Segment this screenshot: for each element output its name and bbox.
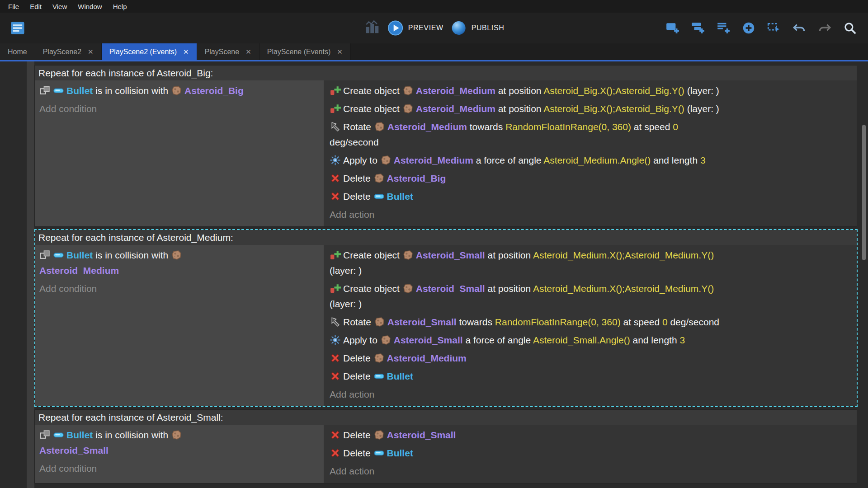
vertical-scrollbar[interactable] (861, 61, 867, 488)
event-selection-gutter[interactable] (27, 61, 34, 488)
bullet-icon (53, 429, 64, 441)
add-subevent-button[interactable] (687, 17, 709, 39)
text: (layer: ) (684, 85, 719, 96)
force-icon (330, 155, 341, 166)
tab-playscene2[interactable]: PlayScene2✕ (35, 43, 102, 60)
text: Create object (343, 250, 402, 260)
project-manager-button[interactable] (7, 18, 28, 38)
condition-row[interactable]: Bullet is in collision with Asteroid_Med… (39, 246, 319, 280)
text: Create object (343, 85, 402, 96)
delete-icon (330, 191, 341, 202)
object-name: Bullet (66, 85, 93, 96)
tab-playscene[interactable]: PlayScene✕ (197, 43, 259, 60)
publish-button[interactable]: PUBLISH (451, 20, 505, 36)
action-row[interactable]: Create object Asteroid_Medium at positio… (330, 82, 851, 100)
collision-icon (39, 85, 51, 96)
menu-edit[interactable]: Edit (24, 0, 47, 13)
action-row[interactable]: Apply to Asteroid_Small a force of angle… (330, 331, 851, 349)
asteroid-icon (374, 121, 385, 132)
event-block[interactable]: Repeat for each instance of Asteroid_Big… (34, 65, 857, 227)
expression: 0 (662, 317, 668, 327)
action-row[interactable]: Delete Asteroid_Big (330, 169, 851, 188)
create-icon (330, 249, 341, 261)
add-condition-link[interactable]: Add condition (39, 460, 319, 478)
tab-label: PlayScene (Events) (267, 48, 331, 56)
action-row[interactable]: Delete Bullet (330, 367, 851, 385)
object-name: Asteroid_Medium (387, 122, 467, 132)
event-repeat-header[interactable]: Repeat for each instance of Asteroid_Big… (35, 66, 857, 80)
delete-icon (330, 447, 341, 459)
delete-icon (330, 173, 341, 184)
text: at speed (631, 122, 673, 132)
add-event-button[interactable] (662, 17, 684, 39)
event-block[interactable]: Repeat for each instance of Asteroid_Med… (34, 230, 857, 407)
menu-window[interactable]: Window (72, 0, 107, 13)
undo-button[interactable] (788, 17, 810, 39)
tab-close-icon[interactable]: ✕ (183, 48, 189, 55)
add-action-link[interactable]: Add action (330, 385, 851, 404)
asteroid-icon (373, 352, 385, 364)
menu-view[interactable]: View (47, 0, 72, 13)
text: a force of angle (463, 335, 533, 345)
object-name: Asteroid_Medium (387, 353, 467, 363)
add-action-link[interactable]: Add action (330, 462, 851, 480)
action-row[interactable]: Delete Bullet (330, 444, 851, 462)
expression: RandomFloatInRange(0, 360) (505, 122, 631, 132)
tab-close-icon[interactable]: ✕ (337, 48, 343, 55)
preview-button[interactable]: PREVIEW (387, 20, 443, 36)
tab-close-icon[interactable]: ✕ (88, 48, 94, 55)
tab-home[interactable]: Home (0, 43, 35, 60)
create-icon (330, 103, 341, 114)
redo-icon (817, 21, 832, 35)
tab-playscene-events[interactable]: PlayScene (Events)✕ (259, 43, 351, 60)
action-row[interactable]: Create object Asteroid_Small at position… (330, 280, 851, 313)
add-action-link[interactable]: Add action (330, 206, 851, 224)
text: at position (485, 250, 533, 260)
event-block[interactable]: Repeat for each instance of Asteroid_Sma… (34, 409, 857, 483)
project-manager-icon (9, 20, 26, 36)
menu-file[interactable]: File (3, 0, 24, 13)
expression: 0 (673, 122, 678, 132)
scrollbar-thumb[interactable] (862, 125, 866, 260)
action-row[interactable]: Apply to Asteroid_Medium a force of angl… (330, 151, 851, 169)
object-name: Asteroid_Small (387, 430, 456, 440)
expression: Asteroid_Small.Angle() (533, 335, 630, 345)
conditions-column: Bullet is in collision with Asteroid_Sma… (35, 425, 324, 483)
condition-row[interactable]: Bullet is in collision with Asteroid_Big (39, 82, 319, 100)
asteroid-icon (402, 249, 414, 261)
play-icon (387, 20, 404, 36)
rotate-icon (330, 121, 341, 132)
text: a force of angle (473, 155, 543, 165)
collision-icon (39, 429, 51, 441)
add-comment-button[interactable] (712, 17, 734, 39)
event-repeat-header[interactable]: Repeat for each instance of Asteroid_Sma… (35, 410, 857, 425)
event-repeat-header[interactable]: Repeat for each instance of Asteroid_Med… (35, 230, 857, 245)
redo-button[interactable] (814, 17, 835, 39)
text: at position (495, 85, 543, 96)
menu-help[interactable]: Help (108, 0, 132, 13)
toolbar: PREVIEW PUBLISH (0, 13, 868, 43)
tab-close-icon[interactable]: ✕ (245, 48, 251, 55)
text: and length (630, 335, 680, 345)
action-row[interactable]: Delete Bullet (330, 188, 851, 206)
text: Delete (343, 430, 373, 440)
action-row[interactable]: Rotate Asteroid_Medium towards RandomFlo… (330, 118, 851, 151)
select-events-button[interactable] (763, 17, 785, 39)
tab-bar: HomePlayScene2✕PlayScene2 (Events)✕PlayS… (0, 43, 868, 61)
add-other-event-button[interactable] (738, 17, 760, 39)
condition-row[interactable]: Bullet is in collision with Asteroid_Sma… (39, 426, 319, 460)
text: Rotate (343, 317, 374, 327)
tab-playscene2-events[interactable]: PlayScene2 (Events)✕ (102, 43, 197, 60)
action-row[interactable]: Create object Asteroid_Medium at positio… (330, 100, 851, 118)
action-row[interactable]: Create object Asteroid_Small at position… (330, 246, 851, 280)
add-circle-icon (741, 21, 756, 35)
expression: Asteroid_Big.X();Asteroid_Big.Y() (543, 85, 684, 96)
action-row[interactable]: Rotate Asteroid_Small towards RandomFloa… (330, 313, 851, 331)
add-condition-link[interactable]: Add condition (39, 100, 319, 118)
action-row[interactable]: Delete Asteroid_Small (330, 426, 851, 444)
action-row[interactable]: Delete Asteroid_Medium (330, 349, 851, 367)
search-button[interactable] (839, 17, 861, 39)
add-condition-link[interactable]: Add condition (39, 280, 319, 298)
undo-icon (792, 21, 807, 35)
object-name: Asteroid_Big (387, 173, 446, 183)
